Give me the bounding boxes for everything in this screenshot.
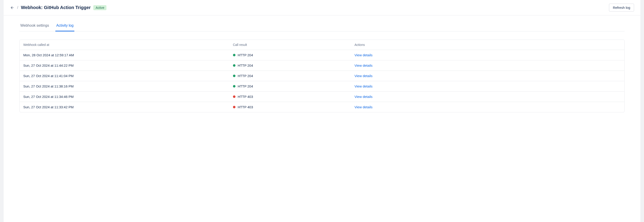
tabs: Webhook settings Activity log <box>20 15 624 32</box>
view-details-link[interactable]: View details <box>354 95 372 98</box>
breadcrumb-separator: / <box>17 6 18 10</box>
cell-timestamp: Sun, 27 Oct 2024 at 11:44:22 PM <box>23 64 233 67</box>
tab-webhook-settings[interactable]: Webhook settings <box>20 22 50 32</box>
table-row: Sun, 27 Oct 2024 at 11:33:42 PM HTTP 403… <box>20 102 624 112</box>
activity-log-table: Webhook called at Call result Actions Mo… <box>20 40 624 112</box>
cell-actions: View details <box>354 74 621 78</box>
status-badge: Active <box>93 5 106 10</box>
page-title: Webhook: GitHub Action Trigger <box>21 5 90 10</box>
cell-actions: View details <box>354 105 621 109</box>
view-details-link[interactable]: View details <box>354 64 372 67</box>
status-dot-icon <box>233 96 236 98</box>
status-dot-icon <box>233 54 236 56</box>
header-bar: / Webhook: GitHub Action Trigger Active … <box>4 0 640 15</box>
result-text: HTTP 204 <box>238 64 253 67</box>
cell-result: HTTP 204 <box>233 53 354 57</box>
column-header-timestamp: Webhook called at <box>23 43 233 46</box>
cell-actions: View details <box>354 95 621 98</box>
cell-result: HTTP 403 <box>233 95 354 98</box>
back-arrow-icon[interactable] <box>10 6 14 10</box>
tab-activity-log[interactable]: Activity log <box>55 22 74 32</box>
status-dot-icon <box>233 106 236 108</box>
view-details-link[interactable]: View details <box>354 74 372 78</box>
cell-timestamp: Sun, 27 Oct 2024 at 11:33:42 PM <box>23 105 233 109</box>
status-dot-icon <box>233 74 236 77</box>
result-text: HTTP 403 <box>238 105 253 109</box>
table-row: Sun, 27 Oct 2024 at 11:41:04 PM HTTP 204… <box>20 71 624 81</box>
cell-timestamp: Sun, 27 Oct 2024 at 11:41:04 PM <box>23 74 233 78</box>
status-dot-icon <box>233 64 236 67</box>
cell-actions: View details <box>354 84 621 88</box>
table-row: Sun, 27 Oct 2024 at 11:38:16 PM HTTP 204… <box>20 81 624 92</box>
cell-timestamp: Sun, 27 Oct 2024 at 11:38:16 PM <box>23 84 233 88</box>
view-details-link[interactable]: View details <box>354 84 372 88</box>
view-details-link[interactable]: View details <box>354 53 372 57</box>
result-text: HTTP 204 <box>238 53 253 57</box>
result-text: HTTP 204 <box>238 84 253 88</box>
refresh-log-button[interactable]: Refresh log <box>609 4 634 12</box>
cell-timestamp: Sun, 27 Oct 2024 at 11:34:46 PM <box>23 95 233 98</box>
column-header-result: Call result <box>233 43 354 46</box>
column-header-actions: Actions <box>354 43 621 46</box>
cell-result: HTTP 204 <box>233 74 354 78</box>
cell-result: HTTP 403 <box>233 105 354 109</box>
table-header: Webhook called at Call result Actions <box>20 40 624 50</box>
result-text: HTTP 204 <box>238 74 253 78</box>
cell-result: HTTP 204 <box>233 64 354 67</box>
status-dot-icon <box>233 85 236 88</box>
result-text: HTTP 403 <box>238 95 253 98</box>
cell-timestamp: Mon, 28 Oct 2024 at 12:59:17 AM <box>23 53 233 57</box>
table-row: Mon, 28 Oct 2024 at 12:59:17 AM HTTP 204… <box>20 50 624 60</box>
table-row: Sun, 27 Oct 2024 at 11:34:46 PM HTTP 403… <box>20 92 624 102</box>
table-row: Sun, 27 Oct 2024 at 11:44:22 PM HTTP 204… <box>20 60 624 71</box>
header-left: / Webhook: GitHub Action Trigger Active <box>10 5 106 10</box>
cell-actions: View details <box>354 64 621 67</box>
content-area: Webhook settings Activity log Webhook ca… <box>4 15 640 112</box>
view-details-link[interactable]: View details <box>354 105 372 109</box>
cell-actions: View details <box>354 53 621 57</box>
cell-result: HTTP 204 <box>233 84 354 88</box>
